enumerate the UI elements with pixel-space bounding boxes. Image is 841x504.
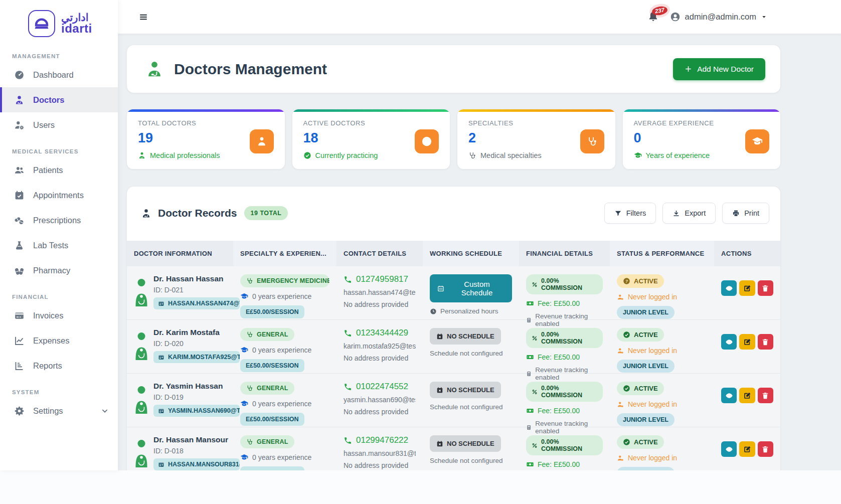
specialty-badge: GENERAL [240,328,294,341]
export-button[interactable]: Export [662,203,716,224]
sidebar-item-label: Lab Tests [33,241,68,250]
doctor-icon [138,151,146,159]
fee-text: Fee: E£50.00 [526,353,603,361]
trash-icon [761,392,769,400]
email-text: yasmin.hassan690@test.com [344,396,416,404]
stat-label: TOTAL DOCTORS [138,119,274,127]
sidebar-item-dashboard[interactable]: Dashboard [0,62,118,87]
print-button[interactable]: Print [722,203,769,224]
delete-button[interactable] [758,388,773,403]
eye-icon [725,392,733,400]
eye-icon [725,445,733,453]
fee-text: Fee: E£50.00 [526,299,603,307]
doctor-records-card: Doctor Records 19 TOTAL Filters Export P… [127,187,780,470]
notifications-button[interactable]: 237 [647,11,659,23]
sidebar-item-label: Dashboard [33,70,74,80]
edit-button[interactable] [739,441,755,457]
sidebar-item-settings[interactable]: Settings [0,398,118,423]
add-new-doctor-button[interactable]: Add New Doctor [673,58,765,80]
delete-button[interactable] [758,441,773,457]
view-button[interactable] [721,334,737,350]
sidebar-item-appointments[interactable]: Appointments [0,183,118,208]
no-schedule-badge: NO SCHEDULE [430,382,501,398]
column-header: WORKING SCHEDULE [423,241,519,266]
level-badge: JUNIOR LEVEL [617,467,675,470]
sidebar-item-pharmacy[interactable]: Pharmacy [0,258,118,283]
sidebar-item-doctors[interactable]: Doctors [0,87,118,112]
column-header: DOCTOR INFORMATION [127,241,233,266]
last-login-text: Never logged in [617,293,707,301]
sidebar-item-expenses[interactable]: Expenses [0,328,118,353]
phone-number[interactable]: 01274959817 [344,274,416,284]
delete-button[interactable] [758,334,773,350]
phone-number[interactable]: 01234344429 [344,328,416,338]
trash-icon [761,445,769,453]
records-header: Doctor Records 19 TOTAL Filters Export P… [127,187,780,241]
session-fee-badge: E£50.00/SESSION [240,413,304,426]
sidebar-section-medical-services: MEDICAL SERVICES [0,148,118,157]
stethoscope-icon [246,277,253,284]
edit-button[interactable] [739,334,755,350]
edit-button[interactable] [739,388,755,403]
status-badge: ACTIVE [617,328,664,342]
session-fee-badge: E£50.00/SESSION [240,466,304,470]
stat-icon-box [745,129,769,153]
trash-icon [761,338,769,346]
sidebar-item-users[interactable]: Users [0,112,118,137]
sidebar-item-prescriptions[interactable]: Prescriptions [0,208,118,233]
schedule-note: Schedule not configured [430,350,512,357]
percent-icon [532,281,538,288]
sidebar-section-management: MANAGEMENT [0,53,118,62]
user-email: admin@admin.com [685,12,756,22]
sidebar-item-invoices[interactable]: Invoices [0,303,118,328]
doctor-avatar [135,439,148,470]
status-badge: ACTIVE [617,435,664,449]
app-window: ادارتي idarti MANAGEMENT Dashboard Docto… [0,0,841,470]
view-button[interactable] [721,441,737,457]
doctor-icon [256,136,267,147]
last-login-text: Never logged in [617,454,707,462]
sidebar-item-lab-tests[interactable]: Lab Tests [0,233,118,258]
view-button[interactable] [721,388,737,403]
doctor-id: ID: D-018 [153,447,240,455]
sidebar-item-label: Patients [33,165,63,175]
sidebar-item-label: Pharmacy [33,266,70,275]
phone-icon [344,383,352,391]
stat-label: SPECIALTIES [468,119,604,127]
bottom-band [0,470,841,504]
phone-number[interactable]: 01299476222 [344,435,416,445]
user-menu[interactable]: admin@admin.com [670,12,767,22]
delete-button[interactable] [758,280,773,296]
filters-button[interactable]: Filters [604,203,656,224]
commission-badge: 0.00% COMMISSION [526,274,603,294]
commission-badge: 0.00% COMMISSION [526,382,603,402]
status-badge: ACTIVE [617,382,664,395]
stat-icon-box [580,129,604,153]
graduation-cap-icon [240,346,248,354]
svg-text:?: ? [625,279,628,284]
calendar-x-icon [436,440,443,447]
fee-text: Fee: E£50.00 [526,460,603,468]
sidebar-item-reports[interactable]: Reports [0,353,118,378]
sidebar-item-patients[interactable]: Patients [0,157,118,183]
stat-card-total-doctors: TOTAL DOCTORS 19 Medical professionals [127,109,285,169]
records-title: Doctor Records [141,207,237,219]
graduation-cap-icon [240,292,248,300]
edit-button[interactable] [739,280,755,296]
view-button[interactable] [721,280,737,296]
id-card-icon [158,300,164,307]
doctor-name: Dr. Hassan Hassan [153,274,240,283]
phone-number[interactable]: 01022474552 [344,382,416,392]
graduation-cap-icon [752,136,763,147]
menu-toggle-icon[interactable] [138,13,149,22]
calendar-icon [437,285,444,292]
brand-logo[interactable]: ادارتي idarti [0,6,118,42]
capsules-icon [14,265,25,276]
column-header: STATUS & PERFORMANCE [610,241,714,266]
custom-schedule-button[interactable]: Custom Schedule [430,274,512,302]
page-title: Doctors Management [174,61,327,78]
chevron-down-icon[interactable] [101,407,109,415]
sidebar-section-system: SYSTEM [0,389,118,398]
specialty-badge: GENERAL [240,382,294,395]
id-card-icon [158,408,164,414]
